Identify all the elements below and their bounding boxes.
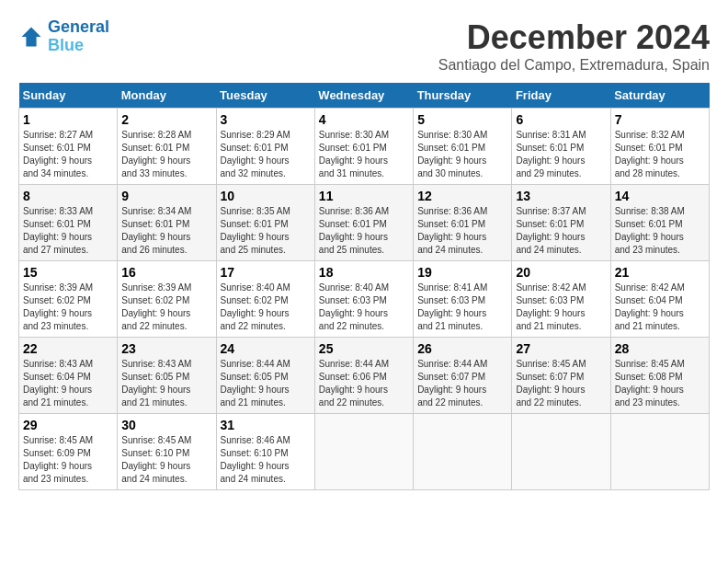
- day-info: Sunrise: 8:44 AMSunset: 6:06 PMDaylight:…: [319, 358, 409, 409]
- day-info: Sunrise: 8:45 AMSunset: 6:07 PMDaylight:…: [516, 358, 606, 409]
- calendar-cell: 19Sunrise: 8:41 AMSunset: 6:03 PMDayligh…: [414, 261, 512, 338]
- calendar-cell: 27Sunrise: 8:45 AMSunset: 6:07 PMDayligh…: [512, 338, 610, 414]
- day-number: 15: [23, 265, 113, 280]
- day-number: 12: [417, 189, 507, 203]
- day-number: 17: [221, 265, 311, 280]
- day-info: Sunrise: 8:36 AMSunset: 6:01 PMDaylight:…: [417, 205, 507, 257]
- day-number: 27: [516, 341, 606, 356]
- day-number: 5: [417, 112, 507, 127]
- calendar-cell: 1Sunrise: 8:27 AMSunset: 6:01 PMDaylight…: [19, 109, 118, 185]
- calendar-cell: 2Sunrise: 8:28 AMSunset: 6:01 PMDaylight…: [118, 109, 216, 185]
- day-number: 22: [23, 341, 113, 356]
- week-row-1: 1Sunrise: 8:27 AMSunset: 6:01 PMDaylight…: [19, 109, 710, 185]
- weekday-header-sunday: Sunday: [19, 83, 118, 109]
- calendar-cell: 17Sunrise: 8:40 AMSunset: 6:02 PMDayligh…: [216, 261, 314, 338]
- day-number: 29: [23, 418, 113, 432]
- day-info: Sunrise: 8:42 AMSunset: 6:04 PMDaylight:…: [615, 282, 705, 333]
- day-number: 19: [417, 265, 507, 280]
- calendar-cell: 23Sunrise: 8:43 AMSunset: 6:05 PMDayligh…: [118, 338, 216, 414]
- day-info: Sunrise: 8:30 AMSunset: 6:01 PMDaylight:…: [417, 129, 507, 180]
- weekday-header-thursday: Thursday: [414, 83, 512, 109]
- calendar-cell: 28Sunrise: 8:45 AMSunset: 6:08 PMDayligh…: [610, 338, 709, 414]
- day-number: 26: [417, 341, 507, 356]
- calendar-cell: 11Sunrise: 8:36 AMSunset: 6:01 PMDayligh…: [314, 185, 413, 261]
- day-info: Sunrise: 8:28 AMSunset: 6:01 PMDaylight:…: [121, 129, 211, 180]
- calendar-cell: 15Sunrise: 8:39 AMSunset: 6:02 PMDayligh…: [19, 261, 118, 338]
- day-number: 20: [516, 265, 606, 280]
- day-info: Sunrise: 8:41 AMSunset: 6:03 PMDaylight:…: [417, 282, 507, 333]
- calendar-cell: [314, 414, 413, 490]
- calendar-cell: 25Sunrise: 8:44 AMSunset: 6:06 PMDayligh…: [314, 338, 413, 414]
- location-title: Santiago del Campo, Extremadura, Spain: [438, 57, 710, 74]
- calendar-table: SundayMondayTuesdayWednesdayThursdayFrid…: [18, 83, 710, 490]
- day-number: 4: [319, 112, 409, 127]
- day-number: 18: [319, 265, 409, 280]
- calendar-cell: 18Sunrise: 8:40 AMSunset: 6:03 PMDayligh…: [314, 261, 413, 338]
- day-number: 14: [615, 189, 705, 203]
- weekday-header-friday: Friday: [512, 83, 610, 109]
- day-number: 28: [615, 341, 705, 356]
- day-info: Sunrise: 8:46 AMSunset: 6:10 PMDaylight:…: [221, 434, 311, 486]
- day-info: Sunrise: 8:40 AMSunset: 6:03 PMDaylight:…: [319, 282, 409, 333]
- day-number: 1: [23, 112, 113, 127]
- day-info: Sunrise: 8:44 AMSunset: 6:07 PMDaylight:…: [417, 358, 507, 409]
- day-info: Sunrise: 8:31 AMSunset: 6:01 PMDaylight:…: [516, 129, 606, 180]
- calendar-cell: 29Sunrise: 8:45 AMSunset: 6:09 PMDayligh…: [19, 414, 118, 490]
- calendar-cell: [610, 414, 709, 490]
- title-area: December 2024 Santiago del Campo, Extrem…: [438, 18, 710, 74]
- weekday-header-row: SundayMondayTuesdayWednesdayThursdayFrid…: [19, 83, 710, 109]
- day-info: Sunrise: 8:39 AMSunset: 6:02 PMDaylight:…: [23, 282, 113, 333]
- logo-icon: [18, 24, 44, 50]
- svg-marker-0: [22, 27, 41, 46]
- day-info: Sunrise: 8:33 AMSunset: 6:01 PMDaylight:…: [23, 205, 113, 257]
- day-info: Sunrise: 8:30 AMSunset: 6:01 PMDaylight:…: [319, 129, 409, 180]
- logo: General Blue: [18, 18, 109, 55]
- logo-text: General Blue: [48, 18, 109, 55]
- day-number: 6: [516, 112, 606, 127]
- day-info: Sunrise: 8:45 AMSunset: 6:08 PMDaylight:…: [615, 358, 705, 409]
- day-number: 2: [121, 112, 211, 127]
- day-number: 16: [121, 265, 211, 280]
- calendar-cell: [414, 414, 512, 490]
- day-number: 10: [221, 189, 311, 203]
- day-info: Sunrise: 8:34 AMSunset: 6:01 PMDaylight:…: [121, 205, 211, 257]
- day-info: Sunrise: 8:43 AMSunset: 6:05 PMDaylight:…: [121, 358, 211, 409]
- day-info: Sunrise: 8:45 AMSunset: 6:10 PMDaylight:…: [121, 434, 211, 486]
- calendar-cell: 20Sunrise: 8:42 AMSunset: 6:03 PMDayligh…: [512, 261, 610, 338]
- day-info: Sunrise: 8:36 AMSunset: 6:01 PMDaylight:…: [319, 205, 409, 257]
- calendar-cell: 7Sunrise: 8:32 AMSunset: 6:01 PMDaylight…: [610, 109, 709, 185]
- calendar-cell: 21Sunrise: 8:42 AMSunset: 6:04 PMDayligh…: [610, 261, 709, 338]
- weekday-header-wednesday: Wednesday: [314, 83, 413, 109]
- week-row-3: 15Sunrise: 8:39 AMSunset: 6:02 PMDayligh…: [19, 261, 710, 338]
- weekday-header-monday: Monday: [118, 83, 216, 109]
- day-number: 21: [615, 265, 705, 280]
- calendar-cell: 22Sunrise: 8:43 AMSunset: 6:04 PMDayligh…: [19, 338, 118, 414]
- calendar-cell: 26Sunrise: 8:44 AMSunset: 6:07 PMDayligh…: [414, 338, 512, 414]
- day-number: 13: [516, 189, 606, 203]
- day-info: Sunrise: 8:40 AMSunset: 6:02 PMDaylight:…: [221, 282, 311, 333]
- day-number: 30: [121, 418, 211, 432]
- weekday-header-saturday: Saturday: [610, 83, 709, 109]
- calendar-cell: [512, 414, 610, 490]
- calendar-cell: 5Sunrise: 8:30 AMSunset: 6:01 PMDaylight…: [414, 109, 512, 185]
- calendar-cell: 10Sunrise: 8:35 AMSunset: 6:01 PMDayligh…: [216, 185, 314, 261]
- day-info: Sunrise: 8:42 AMSunset: 6:03 PMDaylight:…: [516, 282, 606, 333]
- calendar-cell: 31Sunrise: 8:46 AMSunset: 6:10 PMDayligh…: [216, 414, 314, 490]
- month-title: December 2024: [438, 18, 710, 57]
- calendar-cell: 16Sunrise: 8:39 AMSunset: 6:02 PMDayligh…: [118, 261, 216, 338]
- day-info: Sunrise: 8:37 AMSunset: 6:01 PMDaylight:…: [516, 205, 606, 257]
- calendar-cell: 13Sunrise: 8:37 AMSunset: 6:01 PMDayligh…: [512, 185, 610, 261]
- day-number: 24: [221, 341, 311, 356]
- day-number: 8: [23, 189, 113, 203]
- day-info: Sunrise: 8:29 AMSunset: 6:01 PMDaylight:…: [221, 129, 311, 180]
- header: General Blue December 2024 Santiago del …: [18, 18, 710, 74]
- day-info: Sunrise: 8:44 AMSunset: 6:05 PMDaylight:…: [221, 358, 311, 409]
- day-number: 3: [221, 112, 311, 127]
- calendar-cell: 9Sunrise: 8:34 AMSunset: 6:01 PMDaylight…: [118, 185, 216, 261]
- calendar-cell: 8Sunrise: 8:33 AMSunset: 6:01 PMDaylight…: [19, 185, 118, 261]
- calendar-cell: 30Sunrise: 8:45 AMSunset: 6:10 PMDayligh…: [118, 414, 216, 490]
- day-number: 31: [221, 418, 311, 432]
- calendar-cell: 4Sunrise: 8:30 AMSunset: 6:01 PMDaylight…: [314, 109, 413, 185]
- week-row-4: 22Sunrise: 8:43 AMSunset: 6:04 PMDayligh…: [19, 338, 710, 414]
- calendar-cell: 24Sunrise: 8:44 AMSunset: 6:05 PMDayligh…: [216, 338, 314, 414]
